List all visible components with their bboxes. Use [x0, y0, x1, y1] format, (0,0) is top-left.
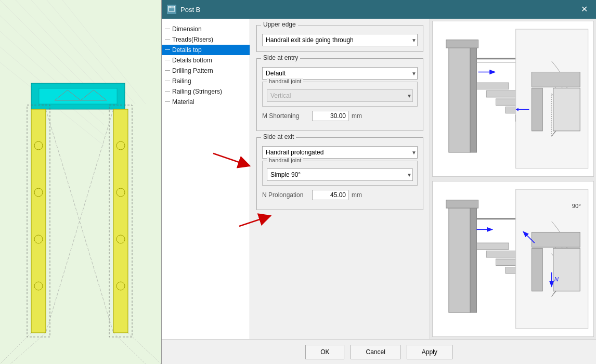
- tree-panel: DimensionTreads(Risers)Details topDetail…: [162, 19, 250, 339]
- tree-item-railing[interactable]: Railing: [162, 76, 250, 86]
- tree-item-details-top[interactable]: Details top: [162, 45, 250, 55]
- entry-joint-dropdown-wrapper: Vertical Horizontal None ▼: [267, 89, 413, 102]
- upper-edge-label: Upper edge: [261, 21, 298, 28]
- side-at-entry-label: Side at entry: [261, 54, 300, 61]
- svg-rect-56: [446, 200, 478, 208]
- tree-item-railing--stringers-[interactable]: Railing (Stringers): [162, 86, 250, 97]
- svg-text:N: N: [554, 276, 559, 282]
- svg-rect-0: [0, 0, 161, 364]
- svg-rect-61: [486, 251, 519, 257]
- svg-rect-41: [486, 91, 519, 97]
- n-prolongation-input[interactable]: [312, 190, 348, 200]
- m-shortening-unit: mm: [352, 112, 362, 120]
- svg-rect-66: [532, 248, 543, 291]
- svg-rect-60: [476, 243, 509, 249]
- entry-handrail-joint-label: handrail joint: [267, 78, 303, 84]
- svg-rect-48: [532, 88, 543, 131]
- svg-rect-19: [113, 109, 128, 333]
- close-button[interactable]: ✕: [578, 4, 591, 15]
- ok-button[interactable]: OK: [305, 345, 344, 359]
- exit-handrail-joint-label: handrail joint: [267, 157, 303, 163]
- n-prolongation-label: N Prolongation: [262, 191, 309, 199]
- m-shortening-label: M Shortening: [262, 112, 309, 120]
- title-bar: Post B ✕: [162, 0, 596, 19]
- upper-edge-select[interactable]: Handrail exit side going through Handrai…: [262, 34, 418, 46]
- n-prolongation-row: N Prolongation mm: [262, 190, 418, 200]
- side-at-exit-label: Side at exit: [261, 133, 296, 140]
- svg-rect-67: [553, 248, 580, 291]
- apply-button[interactable]: Apply: [407, 345, 452, 359]
- svg-rect-54: [449, 205, 470, 313]
- svg-rect-37: [470, 45, 476, 152]
- window-icon: [167, 5, 176, 14]
- side-at-entry-group: Side at entry Default Handrail prolonged…: [256, 58, 423, 131]
- svg-rect-55: [470, 205, 476, 313]
- diagram-panel: 90°: [430, 19, 596, 339]
- exit-handrail-joint-group: handrail joint Simple 90° Vertical Horiz…: [262, 161, 418, 186]
- exit-joint-select[interactable]: Simple 90° Vertical Horizontal None: [267, 168, 413, 181]
- entry-handrail-joint-group: handrail joint Vertical Horizontal None …: [262, 82, 418, 107]
- exit-joint-dropdown-wrapper: Simple 90° Vertical Horizontal None ▼: [267, 168, 413, 181]
- m-shortening-input[interactable]: [312, 111, 348, 121]
- dialog-footer: OK Cancel Apply: [162, 339, 596, 364]
- svg-rect-40: [476, 83, 509, 89]
- diagram-bottom: 90°: [432, 181, 594, 337]
- svg-rect-49: [553, 88, 580, 131]
- svg-text:90°: 90°: [572, 203, 581, 209]
- tree-item-details-bottom[interactable]: Details bottom: [162, 55, 250, 66]
- svg-rect-50: [532, 72, 580, 87]
- diagram-top: [432, 21, 594, 177]
- svg-rect-38: [446, 40, 478, 48]
- tree-item-treads-risers-[interactable]: Treads(Risers): [162, 34, 250, 45]
- svg-rect-68: [532, 232, 580, 248]
- svg-rect-14: [31, 109, 46, 333]
- upper-edge-dropdown-wrapper: Handrail exit side going through Handrai…: [262, 34, 418, 46]
- cancel-button[interactable]: Cancel: [351, 345, 400, 359]
- tree-item-drilling-pattern[interactable]: Drilling Pattern: [162, 66, 250, 76]
- window-title: Post B: [180, 6, 200, 14]
- svg-rect-11: [39, 88, 117, 104]
- tree-item-material[interactable]: Material: [162, 97, 250, 107]
- content-panel: Upper edge Handrail exit side going thro…: [250, 19, 430, 339]
- m-shortening-row: M Shortening mm: [262, 111, 418, 121]
- svg-rect-32: [169, 6, 175, 11]
- entry-joint-select[interactable]: Vertical Horizontal None: [267, 89, 413, 102]
- tree-item-dimension[interactable]: Dimension: [162, 24, 250, 34]
- side-at-exit-group: Side at exit Handrail prolongated Defaul…: [256, 137, 423, 210]
- upper-edge-group: Upper edge Handrail exit side going thro…: [256, 25, 423, 52]
- n-prolongation-unit: mm: [352, 191, 362, 199]
- svg-rect-36: [449, 45, 470, 152]
